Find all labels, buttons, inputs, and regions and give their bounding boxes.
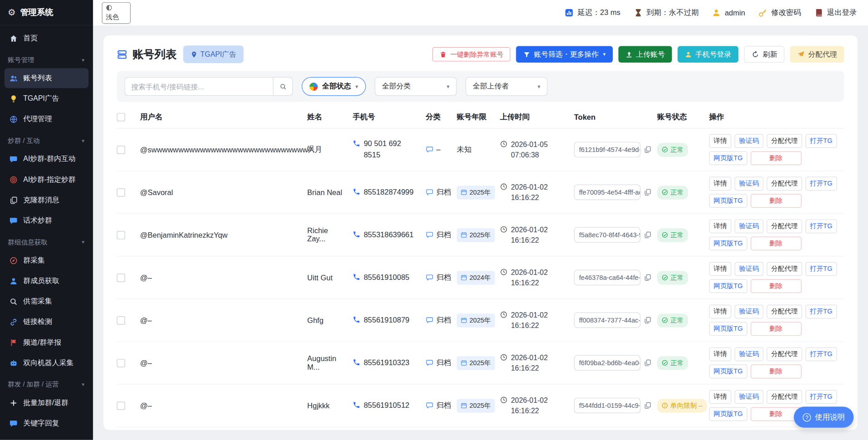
sidebar-item[interactable]: 账号列表 — [5, 68, 89, 88]
uploader-filter-select[interactable]: 全部上传者 ▾ — [466, 77, 548, 96]
action-assign-proxy-button[interactable]: 分配代理 — [767, 177, 802, 191]
status-filter-select[interactable]: 全部状态 ▾ — [302, 77, 366, 96]
sidebar-item[interactable]: 首页 — [5, 28, 89, 48]
sidebar-item[interactable]: 供需采集 — [5, 291, 89, 311]
book-icon — [815, 8, 824, 17]
copy-icon[interactable] — [644, 359, 651, 367]
action-assign-proxy-button[interactable]: 分配代理 — [767, 347, 802, 362]
action-web-tg-button[interactable]: 网页版TG — [709, 236, 747, 250]
action-open-tg-button[interactable]: 打开TG — [805, 347, 837, 362]
action-detail-button[interactable]: 详情 — [709, 305, 731, 319]
action-detail-button[interactable]: 详情 — [709, 177, 731, 191]
row-checkbox[interactable] — [117, 231, 125, 239]
sidebar-item[interactable]: 克隆群消息 — [5, 190, 89, 210]
sidebar-section[interactable]: 账号管理▼ — [0, 49, 93, 68]
action-delete-button[interactable]: 删除 — [751, 365, 801, 379]
sidebar-item[interactable]: TGAPI广告 — [5, 88, 89, 108]
action-detail-button[interactable]: 详情 — [709, 134, 731, 148]
refresh-button[interactable]: 刷新 — [744, 46, 784, 63]
action-assign-proxy-button[interactable]: 分配代理 — [767, 262, 802, 276]
status-icon — [661, 232, 668, 239]
action-open-tg-button[interactable]: 打开TG — [805, 262, 837, 276]
action-web-tg-button[interactable]: 网页版TG — [709, 151, 747, 165]
sidebar-item[interactable]: 关键字回复 — [5, 413, 89, 433]
sidebar-item[interactable]: 代理管理 — [5, 109, 89, 129]
sidebar-item[interactable]: 链接检测 — [5, 312, 89, 332]
action-detail-button[interactable]: 详情 — [709, 347, 731, 362]
copy-icon[interactable] — [644, 231, 651, 239]
sidebar-item[interactable]: 批量加群/退群 — [5, 393, 89, 413]
select-all-checkbox[interactable] — [117, 113, 125, 121]
filter-more-actions-button[interactable]: 账号筛选・更多操作▾ — [516, 46, 613, 63]
action-detail-button[interactable]: 详情 — [709, 220, 731, 234]
action-detail-button[interactable]: 详情 — [709, 262, 731, 276]
upload-accounts-button[interactable]: 上传账号 — [618, 46, 672, 63]
row-checkbox[interactable] — [117, 401, 125, 410]
action-web-tg-button[interactable]: 网页版TG — [709, 365, 747, 379]
action-assign-proxy-button[interactable]: 分配代理 — [767, 305, 802, 319]
copy-icon[interactable] — [644, 316, 651, 324]
row-checkbox[interactable] — [117, 146, 125, 154]
action-open-tg-button[interactable]: 打开TG — [805, 220, 837, 234]
logout-button[interactable]: 退出登录 — [815, 8, 857, 18]
help-button[interactable]: ? 使用说明 — [794, 406, 853, 427]
category-filter-select[interactable]: 全部分类 ▾ — [375, 77, 457, 96]
action-code-button[interactable]: 验证码 — [735, 347, 764, 362]
sidebar-item[interactable]: AI炒群-指定炒群 — [5, 170, 89, 190]
action-assign-proxy-button[interactable]: 分配代理 — [767, 390, 802, 404]
action-delete-button[interactable]: 删除 — [751, 151, 801, 165]
sidebar-section[interactable]: 炒群 / 互动▼ — [0, 130, 93, 149]
row-checkbox[interactable] — [117, 188, 125, 196]
sidebar-item[interactable]: 话术炒群 — [5, 210, 89, 230]
sidebar-item[interactable]: AI炒群-群内互动 — [5, 149, 89, 169]
search-button[interactable] — [273, 77, 293, 96]
action-code-button[interactable]: 验证码 — [735, 177, 764, 191]
theme-toggle-button[interactable]: 浅色 — [102, 2, 131, 24]
change-password-button[interactable]: 修改密码 — [758, 8, 801, 18]
action-open-tg-button[interactable]: 打开TG — [805, 305, 837, 319]
row-checkbox[interactable] — [117, 316, 125, 324]
copy-icon[interactable] — [644, 188, 651, 196]
action-delete-button[interactable]: 删除 — [751, 236, 801, 250]
action-detail-button[interactable]: 详情 — [709, 390, 731, 404]
copy-icon[interactable] — [644, 146, 651, 153]
sidebar-item[interactable]: 频道/群举报 — [5, 332, 89, 352]
action-web-tg-button[interactable]: 网页版TG — [709, 322, 747, 336]
sidebar-item-label: 首页 — [23, 33, 38, 43]
action-code-button[interactable]: 验证码 — [735, 262, 764, 276]
expiry-indicator[interactable]: 到期：永不过期 — [634, 8, 699, 18]
action-code-button[interactable]: 验证码 — [735, 220, 764, 234]
copy-icon[interactable] — [644, 274, 651, 281]
copy-icon[interactable] — [644, 401, 651, 409]
action-delete-button[interactable]: 删除 — [751, 322, 801, 336]
phone-login-button[interactable]: 手机号登录 — [678, 46, 738, 63]
action-code-button[interactable]: 验证码 — [735, 390, 764, 404]
sidebar-section[interactable]: 群组信息获取▼ — [0, 231, 93, 250]
action-assign-proxy-button[interactable]: 分配代理 — [767, 134, 802, 148]
latency-indicator[interactable]: 延迟：23 ms — [565, 8, 620, 18]
row-checkbox[interactable] — [117, 274, 125, 282]
sidebar-section[interactable]: 群发 / 加群 / 运营▼ — [0, 373, 93, 392]
delete-abnormal-accounts-button[interactable]: 一键删除异常账号 — [432, 47, 510, 62]
sidebar-item[interactable]: 群采集 — [5, 250, 89, 270]
action-open-tg-button[interactable]: 打开TG — [805, 177, 837, 191]
action-web-tg-button[interactable]: 网页版TG — [709, 407, 747, 421]
action-open-tg-button[interactable]: 打开TG — [805, 134, 837, 148]
user-menu[interactable]: admin — [712, 8, 745, 17]
action-code-button[interactable]: 验证码 — [735, 305, 764, 319]
action-web-tg-button[interactable]: 网页版TG — [709, 194, 747, 208]
search-input[interactable] — [125, 77, 273, 96]
action-code-button[interactable]: 验证码 — [735, 134, 764, 148]
sidebar-item[interactable]: 双向机器人采集 — [5, 353, 89, 373]
tgapi-ad-tag-button[interactable]: TGAPI广告 — [183, 45, 243, 63]
row-checkbox[interactable] — [117, 359, 125, 367]
action-delete-button[interactable]: 删除 — [751, 279, 801, 293]
key-icon — [758, 8, 767, 17]
assign-proxy-button[interactable]: 分配代理 — [790, 46, 844, 63]
column-header: 用户名 — [140, 112, 307, 122]
sidebar-item[interactable]: 群成员获取 — [5, 271, 89, 291]
action-open-tg-button[interactable]: 打开TG — [805, 390, 837, 404]
action-delete-button[interactable]: 删除 — [751, 194, 801, 208]
action-web-tg-button[interactable]: 网页版TG — [709, 279, 747, 293]
action-assign-proxy-button[interactable]: 分配代理 — [767, 220, 802, 234]
